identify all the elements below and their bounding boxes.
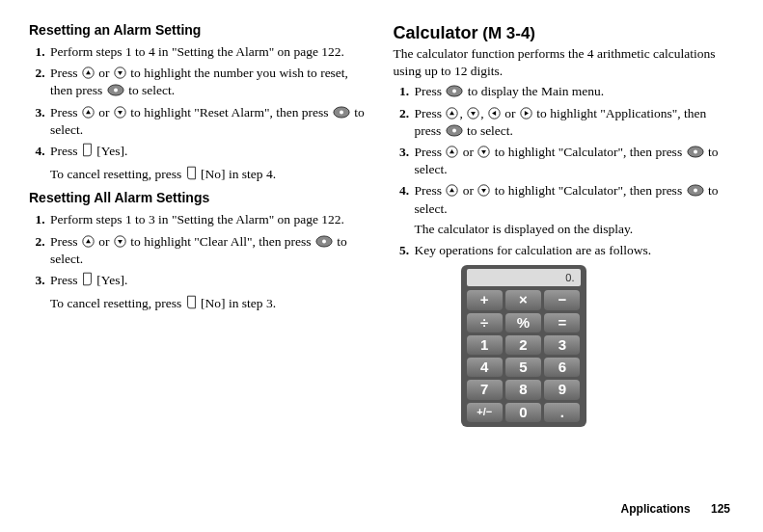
down-icon: [114, 106, 126, 119]
up-icon: [82, 235, 95, 248]
left-icon: [488, 107, 501, 120]
step-3: Press or to highlight "Calculator", then…: [413, 144, 735, 178]
center-key-icon: [446, 85, 463, 97]
key-8: 8: [505, 380, 541, 399]
step-3: Press or to highlight "Reset Alarm", the…: [48, 104, 370, 139]
step-5: Key operations for calculation are as fo…: [413, 242, 735, 259]
softkey-right-icon: [186, 295, 197, 309]
step-text: Press [Yes].: [50, 273, 127, 287]
step-2: Press or to highlight "Clear All", then …: [48, 233, 370, 268]
up-icon: [82, 66, 95, 79]
calculator-keypad-image: + × − ÷ % = 1 2 3 4 5 6 7 8 9 +/− 0 .: [461, 265, 586, 427]
step-3-note: To cancel resetting, press [No] in step …: [50, 295, 370, 312]
key-1: 1: [467, 335, 503, 355]
step-text: Perform steps 1 to 3 in "Setting the Ala…: [50, 212, 344, 226]
key-eq: =: [544, 313, 580, 332]
step-text: Press or to highlight the number you wis…: [50, 66, 348, 97]
down-icon: [477, 146, 490, 158]
step-text: Press or to highlight "Calculator", then…: [415, 145, 719, 176]
step-text: Press or to highlight "Clear All", then …: [50, 234, 347, 266]
page-footer: Applications 125: [621, 501, 730, 517]
softkey-left-icon: [82, 272, 93, 286]
down-icon: [114, 235, 126, 248]
center-key-icon: [107, 84, 124, 96]
intro-text: The calculator function performs the 4 a…: [394, 45, 735, 80]
step-4: Press [Yes].: [48, 143, 370, 160]
step-text: Press , , or to highlight "Applications"…: [415, 106, 707, 138]
center-key-icon: [333, 106, 350, 119]
down-icon: [467, 107, 479, 120]
center-key-icon: [446, 124, 463, 137]
key-sign: +/−: [467, 403, 503, 422]
key-6: 6: [544, 358, 580, 377]
up-icon: [82, 106, 95, 119]
heading-calculator-row: Calculator (M 3-4): [394, 21, 735, 45]
step-1: Press to display the Main menu.: [413, 83, 735, 100]
steps-reset-alarm: Perform steps 1 to 4 in "Setting the Ala…: [29, 43, 370, 160]
key-9: 9: [544, 380, 580, 399]
key-times: ×: [505, 290, 541, 309]
step-3: Press [Yes].: [48, 272, 370, 289]
step-2: Press or to highlight the number you wis…: [48, 65, 370, 99]
step-4: Press or to highlight "Calculator", then…: [413, 182, 735, 238]
key-3: 3: [544, 335, 580, 355]
up-icon: [446, 146, 458, 158]
step-text: Perform steps 1 to 4 in "Setting the Ala…: [50, 44, 344, 59]
heading-reset-alarm: Resetting an Alarm Setting: [29, 21, 370, 40]
key-minus: −: [544, 290, 580, 309]
right-icon: [520, 107, 532, 120]
key-dot: .: [544, 403, 580, 422]
calc-keypad: + × − ÷ % = 1 2 3 4 5 6 7 8 9 +/− 0 .: [467, 290, 581, 421]
page-columns: Resetting an Alarm Setting Perform steps…: [29, 21, 734, 427]
up-icon: [446, 107, 458, 120]
up-icon: [446, 184, 458, 197]
menu-code: (M 3-4): [478, 24, 536, 42]
right-column: Calculator (M 3-4) The calculator functi…: [394, 21, 735, 427]
step-text: Press or to highlight "Calculator", then…: [415, 183, 719, 215]
step-4-note: The calculator is displayed on the displ…: [415, 221, 735, 238]
softkey-right-icon: [186, 166, 197, 180]
step-text: Press to display the Main menu.: [415, 84, 605, 98]
key-5: 5: [505, 358, 541, 377]
step-1: Perform steps 1 to 4 in "Setting the Ala…: [48, 43, 370, 61]
center-key-icon: [687, 146, 704, 158]
center-key-icon: [687, 184, 704, 197]
key-plus: +: [467, 290, 503, 309]
key-4: 4: [467, 358, 503, 377]
softkey-left-icon: [82, 143, 93, 157]
heading-reset-all: Resetting All Alarm Settings: [29, 189, 370, 207]
down-icon: [477, 184, 490, 197]
step-4-note: To cancel resetting, press [No] in step …: [50, 166, 370, 183]
step-1: Perform steps 1 to 3 in "Setting the Ala…: [48, 211, 370, 228]
steps-calculator: Press to display the Main menu. Press , …: [394, 83, 735, 259]
step-2: Press , , or to highlight "Applications"…: [413, 105, 735, 140]
heading-calculator: Calculator: [394, 23, 478, 42]
center-key-icon: [315, 235, 333, 248]
step-text: Press [Yes].: [50, 144, 127, 158]
key-7: 7: [467, 380, 503, 399]
step-text: Key operations for calculation are as fo…: [415, 243, 652, 257]
footer-page: 125: [711, 502, 730, 516]
steps-reset-all: Perform steps 1 to 3 in "Setting the Ala…: [29, 211, 370, 289]
key-div: ÷: [467, 313, 503, 332]
key-2: 2: [505, 335, 541, 355]
left-column: Resetting an Alarm Setting Perform steps…: [29, 21, 370, 427]
down-icon: [114, 66, 126, 79]
key-0: 0: [505, 403, 541, 422]
key-pct: %: [505, 313, 541, 332]
footer-section: Applications: [621, 502, 691, 516]
step-text: Press or to highlight "Reset Alarm", the…: [50, 105, 365, 137]
calc-display: [467, 269, 581, 286]
